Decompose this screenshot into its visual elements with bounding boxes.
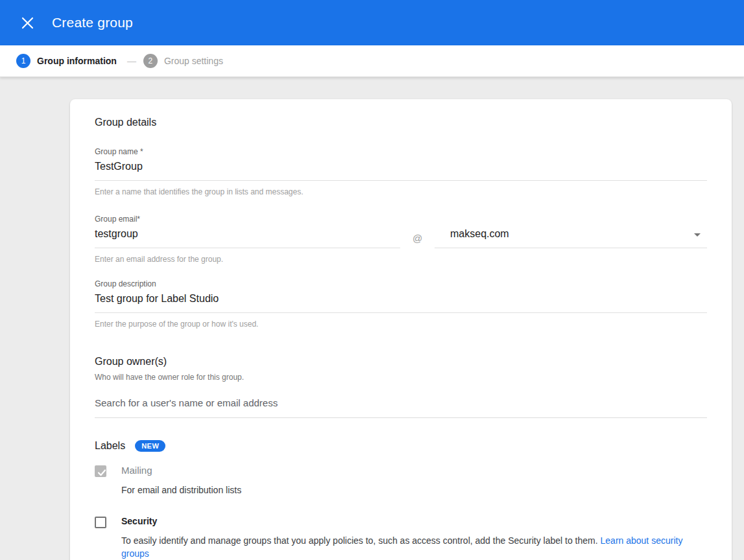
group-description-input[interactable] <box>95 293 707 313</box>
security-label: Security <box>121 516 707 526</box>
group-email-label: Group email* <box>95 215 707 224</box>
group-details-heading: Group details <box>95 117 707 128</box>
step-group-settings[interactable]: 2 Group settings <box>143 54 223 68</box>
group-name-input[interactable] <box>95 161 707 181</box>
checkmark-icon <box>96 467 108 481</box>
group-name-field: Group name * Enter a name that identifie… <box>95 147 707 196</box>
content-area: Group details Group name * Enter a name … <box>0 77 744 560</box>
mailing-description: For email and distribution lists <box>121 484 707 496</box>
group-description-helper: Enter the purpose of the group or how it… <box>95 320 707 329</box>
label-option-mailing: Mailing For email and distribution lists <box>95 465 707 496</box>
group-email-helper: Enter an email address for the group. <box>95 255 707 264</box>
group-description-field: Group description Enter the purpose of t… <box>95 279 707 329</box>
mailing-checkbox[interactable] <box>95 465 106 477</box>
domain-select[interactable]: makseq.com <box>435 228 707 248</box>
group-owners-subtitle: Who will have the owner role for this gr… <box>95 373 707 382</box>
stepper: 1 Group information — 2 Group settings <box>0 45 744 77</box>
security-description: To easily identify and manage groups tha… <box>121 534 707 560</box>
labels-section: Labels NEW Mailing For email and distrib… <box>95 440 707 560</box>
group-form-card: Group details Group name * Enter a name … <box>70 99 732 560</box>
mailing-label: Mailing <box>121 465 707 476</box>
step-label: Group information <box>37 56 117 66</box>
step-separator: — <box>127 56 136 66</box>
dialog-header: Create group <box>0 0 744 45</box>
new-badge: NEW <box>135 440 165 452</box>
owner-search-input[interactable] <box>95 397 707 418</box>
page-title: Create group <box>52 15 133 30</box>
step-label: Group settings <box>164 56 223 66</box>
close-icon <box>21 17 34 29</box>
at-symbol: @ <box>400 228 435 244</box>
group-owners-heading: Group owner(s) <box>95 356 707 368</box>
security-checkbox[interactable] <box>95 517 106 528</box>
domain-select-value: makseq.com <box>435 228 509 240</box>
group-email-field: Group email* @ makseq.com Enter an email… <box>95 215 707 264</box>
label-option-security: Security To easily identify and manage g… <box>95 516 707 560</box>
group-name-helper: Enter a name that identifies the group i… <box>95 187 707 196</box>
chevron-down-icon <box>694 233 701 237</box>
group-email-input[interactable] <box>95 228 400 248</box>
close-button[interactable] <box>16 11 39 34</box>
step-group-information[interactable]: 1 Group information <box>16 54 117 68</box>
step-number-badge: 1 <box>16 54 30 68</box>
group-description-label: Group description <box>95 279 707 288</box>
group-owners-section: Group owner(s) Who will have the owner r… <box>95 356 707 418</box>
group-name-label: Group name * <box>95 147 707 156</box>
security-description-text: To easily identify and manage groups tha… <box>121 535 601 546</box>
labels-heading: Labels <box>95 440 125 452</box>
step-number-badge: 2 <box>143 54 158 68</box>
